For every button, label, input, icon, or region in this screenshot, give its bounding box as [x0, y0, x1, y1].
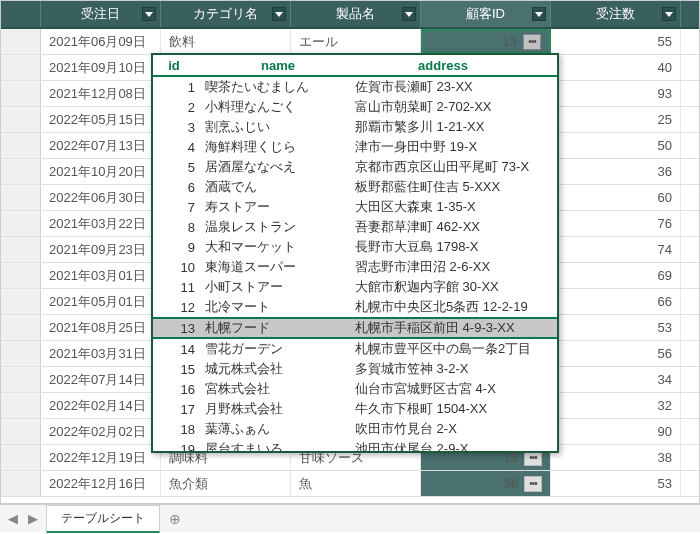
dropdown-item[interactable]: 17月野株式会社牛久市下根町 1504-XX: [153, 399, 557, 419]
dd-item-id: 10: [153, 260, 201, 275]
dropdown-list[interactable]: 1喫茶たいむましん佐賀市長瀬町 23-XX2小料理なんごく富山市朝菜町 2-70…: [153, 77, 557, 451]
corner-cell[interactable]: [1, 1, 41, 27]
lookup-button[interactable]: •••: [523, 34, 541, 50]
cell-date[interactable]: 2021年03月22日: [41, 211, 161, 236]
dropdown-item[interactable]: 14雪花ガーデン札幌市豊平区中の島一条2丁目: [153, 339, 557, 359]
dropdown-item[interactable]: 13札幌フード札幌市手稲区前田 4-9-3-XX: [153, 317, 557, 339]
dropdown-item[interactable]: 7寿ストアー大田区大森東 1-35-X: [153, 197, 557, 217]
row-header[interactable]: [1, 133, 41, 158]
cell-customer[interactable]: 36•••: [421, 471, 551, 496]
cell-qty[interactable]: 74: [551, 237, 681, 262]
cell-date[interactable]: 2022年02月02日: [41, 419, 161, 444]
col-header-date[interactable]: 受注日: [41, 1, 161, 27]
cell-qty[interactable]: 25: [551, 107, 681, 132]
dropdown-item[interactable]: 8温泉レストラン吾妻郡草津町 462-XX: [153, 217, 557, 237]
row-header[interactable]: [1, 419, 41, 444]
dropdown-item[interactable]: 4海鮮料理くじら津市一身田中野 19-X: [153, 137, 557, 157]
cell-date[interactable]: 2022年12月19日: [41, 445, 161, 470]
cell-date[interactable]: 2021年03月01日: [41, 263, 161, 288]
cell-date[interactable]: 2021年06月09日: [41, 29, 161, 54]
row-header[interactable]: [1, 289, 41, 314]
dropdown-item[interactable]: 11小町ストアー大館市釈迦内字館 30-XX: [153, 277, 557, 297]
row-header[interactable]: [1, 29, 41, 54]
row-header[interactable]: [1, 341, 41, 366]
row-header[interactable]: [1, 393, 41, 418]
cell-qty[interactable]: 93: [551, 81, 681, 106]
row-header[interactable]: [1, 237, 41, 262]
dropdown-item[interactable]: 15城元株式会社多賀城市笠神 3-2-X: [153, 359, 557, 379]
cell-date[interactable]: 2021年10月20日: [41, 159, 161, 184]
dropdown-item[interactable]: 16宮株式会社仙台市宮城野区古宮 4-X: [153, 379, 557, 399]
cell-date[interactable]: 2021年08月25日: [41, 315, 161, 340]
row-header[interactable]: [1, 315, 41, 340]
cell-qty[interactable]: 76: [551, 211, 681, 236]
filter-icon[interactable]: [532, 7, 546, 21]
col-header-product[interactable]: 製品名: [291, 1, 421, 27]
cell-product[interactable]: エール: [291, 29, 421, 54]
cell-qty[interactable]: 69: [551, 263, 681, 288]
filter-icon[interactable]: [142, 7, 156, 21]
cell-date[interactable]: 2021年05月01日: [41, 289, 161, 314]
cell-category[interactable]: 魚介類: [161, 471, 291, 496]
cell-date[interactable]: 2021年12月08日: [41, 81, 161, 106]
cell-date[interactable]: 2022年12月16日: [41, 471, 161, 496]
cell-qty[interactable]: 90: [551, 419, 681, 444]
dropdown-item[interactable]: 10東海道スーパー習志野市津田沼 2-6-XX: [153, 257, 557, 277]
cell-qty[interactable]: 53: [551, 471, 681, 496]
filter-icon[interactable]: [402, 7, 416, 21]
cell-qty[interactable]: 40: [551, 55, 681, 80]
dropdown-item[interactable]: 6酒蔵でん板野郡藍住町住吉 5-XXX: [153, 177, 557, 197]
cell-qty[interactable]: 38: [551, 445, 681, 470]
dropdown-item[interactable]: 5居酒屋ななべえ京都市西京区山田平尾町 73-X: [153, 157, 557, 177]
tab-nav-right-icon[interactable]: ▶: [26, 512, 40, 526]
dropdown-item[interactable]: 19屋台すまいる池田市伏尾台 2-9-X: [153, 439, 557, 451]
cell-date[interactable]: 2021年03月31日: [41, 341, 161, 366]
dropdown-item[interactable]: 18葉薄ふぁん吹田市竹見台 2-X: [153, 419, 557, 439]
filter-icon[interactable]: [662, 7, 676, 21]
dd-item-address: 板野郡藍住町住吉 5-XXX: [351, 178, 531, 196]
cell-qty[interactable]: 34: [551, 367, 681, 392]
tab-nav-left-icon[interactable]: ◀: [6, 512, 20, 526]
dropdown-item[interactable]: 9大和マーケット長野市大豆島 1798-X: [153, 237, 557, 257]
col-header-customer[interactable]: 顧客ID: [421, 1, 551, 27]
cell-product[interactable]: 魚: [291, 471, 421, 496]
row-header[interactable]: [1, 55, 41, 80]
dd-item-id: 12: [153, 300, 201, 315]
row-header[interactable]: [1, 159, 41, 184]
cell-date[interactable]: 2021年09月10日: [41, 55, 161, 80]
cell-qty[interactable]: 50: [551, 133, 681, 158]
row-header[interactable]: [1, 263, 41, 288]
cell-qty[interactable]: 32: [551, 393, 681, 418]
cell-category[interactable]: 飲料: [161, 29, 291, 54]
lookup-button[interactable]: •••: [524, 476, 542, 492]
row-header[interactable]: [1, 445, 41, 470]
cell-qty[interactable]: 60: [551, 185, 681, 210]
row-header[interactable]: [1, 471, 41, 496]
cell-qty[interactable]: 66: [551, 289, 681, 314]
cell-date[interactable]: 2022年02月14日: [41, 393, 161, 418]
dropdown-item[interactable]: 12北冷マート札幌市中央区北5条西 12-2-19: [153, 297, 557, 317]
cell-qty[interactable]: 53: [551, 315, 681, 340]
row-header[interactable]: [1, 81, 41, 106]
cell-qty[interactable]: 55: [551, 29, 681, 54]
cell-date[interactable]: 2022年05月15日: [41, 107, 161, 132]
cell-customer[interactable]: 13•••: [421, 29, 551, 54]
add-sheet-icon[interactable]: ⊕: [166, 510, 184, 528]
row-header[interactable]: [1, 367, 41, 392]
sheet-tab[interactable]: テーブルシート: [46, 505, 160, 533]
row-header[interactable]: [1, 185, 41, 210]
cell-date[interactable]: 2022年07月14日: [41, 367, 161, 392]
cell-qty[interactable]: 56: [551, 341, 681, 366]
cell-qty[interactable]: 36: [551, 159, 681, 184]
cell-date[interactable]: 2022年07月13日: [41, 133, 161, 158]
col-header-qty[interactable]: 受注数: [551, 1, 681, 27]
row-header[interactable]: [1, 107, 41, 132]
cell-date[interactable]: 2021年09月23日: [41, 237, 161, 262]
cell-date[interactable]: 2022年06月30日: [41, 185, 161, 210]
col-header-category[interactable]: カテゴリ名: [161, 1, 291, 27]
dropdown-item[interactable]: 3割烹ふじい那覇市繁多川 1-21-XX: [153, 117, 557, 137]
row-header[interactable]: [1, 211, 41, 236]
dropdown-item[interactable]: 2小料理なんごく富山市朝菜町 2-702-XX: [153, 97, 557, 117]
dropdown-item[interactable]: 1喫茶たいむましん佐賀市長瀬町 23-XX: [153, 77, 557, 97]
filter-icon[interactable]: [272, 7, 286, 21]
